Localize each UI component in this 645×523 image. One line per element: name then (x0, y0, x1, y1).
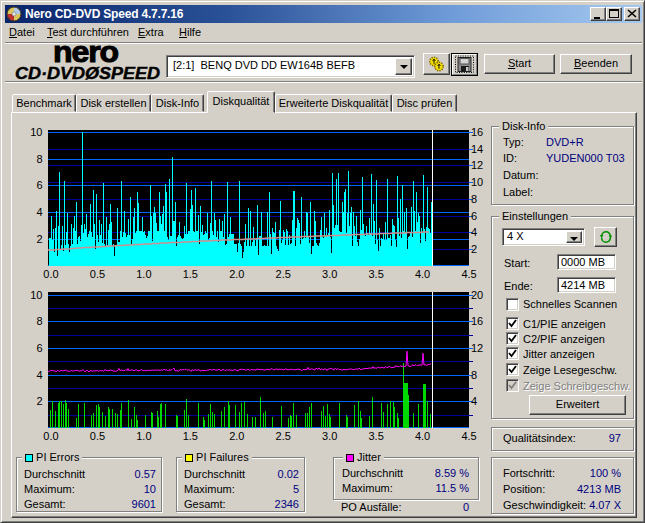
svg-text:8: 8 (471, 193, 477, 205)
svg-text:4: 4 (471, 395, 477, 407)
svg-text:4.0: 4.0 (415, 430, 430, 442)
svg-text:4.5: 4.5 (461, 430, 476, 442)
svg-text:10: 10 (30, 126, 42, 138)
svg-text:0.0: 0.0 (43, 430, 58, 442)
svg-text:16: 16 (471, 315, 483, 327)
svg-text:1.0: 1.0 (136, 268, 151, 280)
svg-text:4.0: 4.0 (415, 268, 430, 280)
svg-text:12: 12 (471, 342, 483, 354)
svg-text:14: 14 (471, 143, 483, 155)
svg-text:3.5: 3.5 (369, 430, 384, 442)
svg-text:4: 4 (36, 369, 42, 381)
svg-text:6: 6 (36, 179, 42, 191)
svg-text:2: 2 (36, 395, 42, 407)
svg-text:8: 8 (36, 153, 42, 165)
svg-text:2: 2 (471, 243, 477, 255)
svg-text:2.5: 2.5 (276, 430, 291, 442)
svg-text:3.0: 3.0 (322, 430, 337, 442)
svg-text:2.0: 2.0 (229, 268, 244, 280)
svg-text:4.5: 4.5 (461, 268, 476, 280)
svg-text:2: 2 (36, 233, 42, 245)
svg-text:12: 12 (471, 159, 483, 171)
svg-text:4: 4 (36, 206, 42, 218)
svg-text:10: 10 (471, 176, 483, 188)
svg-text:3.5: 3.5 (369, 268, 384, 280)
svg-text:2.5: 2.5 (276, 268, 291, 280)
svg-text:1.5: 1.5 (183, 268, 198, 280)
svg-text:0.5: 0.5 (90, 268, 105, 280)
svg-text:1.5: 1.5 (183, 430, 198, 442)
svg-text:16: 16 (471, 126, 483, 138)
svg-text:2.0: 2.0 (229, 430, 244, 442)
svg-text:10: 10 (30, 289, 42, 301)
svg-text:4: 4 (471, 226, 477, 238)
svg-text:20: 20 (471, 289, 483, 301)
svg-text:0.5: 0.5 (90, 430, 105, 442)
svg-text:3.0: 3.0 (322, 268, 337, 280)
svg-text:0.0: 0.0 (43, 268, 58, 280)
svg-text:6: 6 (471, 210, 477, 222)
svg-text:1.0: 1.0 (136, 430, 151, 442)
svg-text:8: 8 (471, 369, 477, 381)
svg-text:6: 6 (36, 342, 42, 354)
svg-text:8: 8 (36, 315, 42, 327)
